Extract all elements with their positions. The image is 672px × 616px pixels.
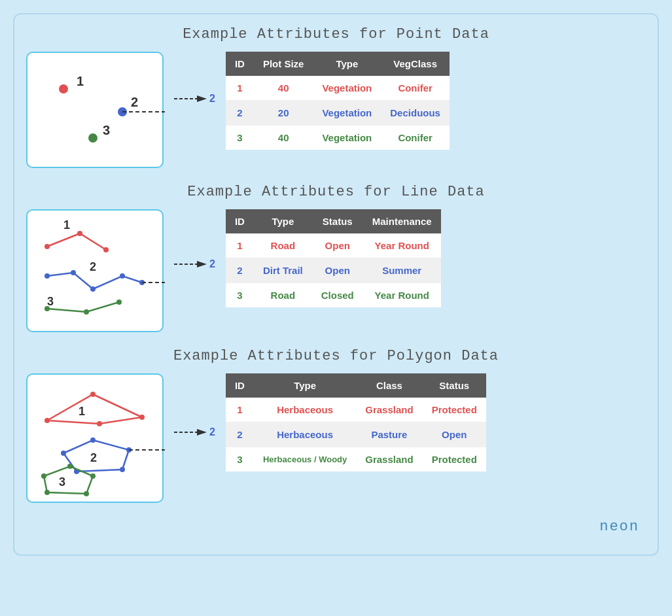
svg-text:3: 3 [59,475,65,488]
svg-point-42 [41,473,46,479]
svg-point-5 [88,133,97,143]
point-data-section: Example Attributes for Point Data 1 2 3 [26,26,646,168]
svg-point-0 [59,84,68,94]
polygon-col-class: Class [356,373,422,398]
table-row: 2 20 Vegetation Deciduous [226,101,450,126]
line-row1-type: Road [254,233,312,258]
point-table: ID Plot Size Type VegClass 1 40 Vegetati… [226,52,450,150]
neon-logo: neon [26,519,646,535]
polygon-arrow-svg [174,426,207,439]
point-row1-type: Vegetation [313,76,381,101]
svg-point-45 [84,491,89,496]
svg-text:2: 2 [90,451,97,464]
table-row: 3 Road Closed Year Round [226,283,441,308]
point-row3-plotsize: 40 [254,126,313,150]
table-row: 1 Road Open Year Round [226,233,441,258]
line-arrow-connector: 2 [174,258,215,271]
line-col-type: Type [254,209,312,233]
point-col-id: ID [226,52,254,76]
svg-text:1: 1 [79,405,85,418]
polygon-row3-type: Herbaceous / Woody [254,447,356,472]
polygon-table: ID Type Class Status 1 Herbaceous Grassl… [226,373,486,471]
point-row2-vegclass: Deciduous [381,101,450,126]
point-map-box: 1 2 3 [26,52,164,168]
polygon-col-type: Type [254,373,356,398]
point-data-row: 1 2 3 2 [26,52,646,168]
svg-point-41 [44,490,50,495]
polygon-row1-class: Grassland [356,398,422,422]
svg-point-33 [61,451,66,456]
svg-point-13 [44,273,50,279]
point-row2-id: 2 [226,101,254,126]
svg-point-16 [120,273,125,279]
line-row3-maintenance: Year Round [363,283,441,308]
polygon-table-wrapper: ID Type Class Status 1 Herbaceous Grassl… [226,373,646,471]
line-row2-status: Open [312,258,363,283]
polygon-row1-status: Protected [423,398,486,422]
svg-text:2: 2 [131,95,138,109]
polygon-row2-type: Herbaceous [254,422,356,447]
line-row2-maintenance: Summer [363,258,441,283]
svg-point-27 [44,418,50,423]
svg-marker-25 [197,261,207,267]
table-row: 2 Dirt Trail Open Summer [226,258,441,283]
line-map-svg: 1 2 3 [27,211,165,328]
svg-point-9 [44,244,50,249]
svg-marker-8 [197,95,207,102]
line-table: ID Type Status Maintenance 1 Road Open Y… [226,209,441,307]
svg-point-36 [120,467,125,472]
svg-point-44 [90,473,96,479]
svg-point-28 [90,392,96,397]
line-row3-type: Road [254,283,312,308]
point-col-vegclass: VegClass [381,52,450,76]
svg-point-14 [71,270,76,275]
point-arrow-label: 2 [209,93,215,105]
polygon-arrow-connector: 2 [174,426,215,439]
polygon-arrow-label: 2 [209,426,215,438]
point-arrow-svg [174,92,207,105]
line-row1-id: 1 [226,233,254,258]
line-row2-id: 2 [226,258,254,283]
point-col-plotsize: Plot Size [254,52,313,76]
polygon-data-section: Example Attributes for Polygon Data 1 [26,348,646,503]
svg-marker-26 [47,394,142,424]
svg-text:2: 2 [90,260,96,273]
svg-point-29 [139,415,145,420]
point-col-type: Type [313,52,381,76]
polygon-row2-status: Open [423,422,486,447]
table-row: 1 40 Vegetation Conifer [226,76,450,101]
polygon-map-box: 1 2 [26,373,164,503]
svg-point-34 [90,437,96,443]
polygon-row3-id: 3 [226,447,254,472]
line-col-maintenance: Maintenance [363,209,441,233]
svg-marker-48 [197,429,207,436]
svg-point-15 [90,286,96,292]
svg-point-30 [97,421,102,426]
point-data-title: Example Attributes for Point Data [26,26,646,43]
svg-point-20 [84,309,89,315]
polygon-row3-class: Grassland [356,447,422,472]
line-arrow-svg [174,258,207,271]
svg-text:3: 3 [103,123,110,137]
polygon-data-row: 1 2 [26,373,646,503]
polygon-row1-type: Herbaceous [254,398,356,422]
point-arrow-connector: 2 [174,92,215,105]
svg-text:1: 1 [63,218,70,231]
svg-point-21 [116,299,122,305]
table-row: 3 40 Vegetation Conifer [226,126,450,150]
svg-point-10 [77,231,82,236]
polygon-col-id: ID [226,373,254,398]
point-row3-type: Vegetation [313,126,381,150]
svg-text:3: 3 [47,295,54,308]
polygon-col-status: Status [423,373,486,398]
line-data-row: 1 2 3 [26,209,646,332]
line-table-wrapper: ID Type Status Maintenance 1 Road Open Y… [226,209,646,307]
point-row1-id: 1 [226,76,254,101]
line-col-id: ID [226,209,254,233]
polygon-data-title: Example Attributes for Polygon Data [26,348,646,364]
outer-container: Example Attributes for Point Data 1 2 3 [13,13,659,556]
point-row1-plotsize: 40 [254,76,313,101]
line-data-title: Example Attributes for Line Data [26,184,646,200]
polygon-row3-status: Protected [423,447,486,472]
point-table-wrapper: ID Plot Size Type VegClass 1 40 Vegetati… [226,52,646,150]
